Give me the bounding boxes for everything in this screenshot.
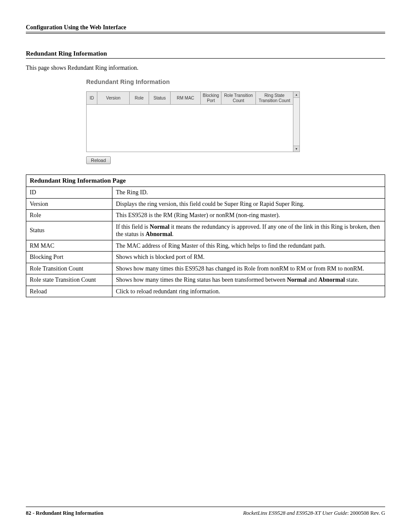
table-row: Reload Click to reload redundant ring in…: [26, 286, 385, 297]
col-role[interactable]: Role: [130, 92, 149, 105]
desc-label-role: Role: [26, 210, 112, 221]
screenshot-title: Redundant Ring Information: [86, 78, 306, 85]
table-row: Blocking Port Shows which is blocked por…: [26, 252, 385, 263]
desc-label-id: ID: [26, 187, 112, 199]
col-id[interactable]: ID: [87, 92, 97, 105]
page-header-title: Configuration Using the Web Interface: [26, 24, 385, 31]
header-rule-light: [26, 33, 385, 34]
text: Shows how many times the Ring status has…: [116, 277, 287, 283]
col-rm-mac[interactable]: RM MAC: [171, 92, 201, 105]
grid-scrollbar[interactable]: ▴ ▾: [293, 91, 300, 152]
scroll-up-icon[interactable]: ▴: [293, 92, 299, 98]
scroll-down-icon[interactable]: ▾: [293, 146, 299, 152]
page-footer: 82 - Redundant Ring Information RocketLi…: [26, 510, 385, 516]
bold-text: Abnormal: [318, 277, 345, 283]
desc-label-rmmac: RM MAC: [26, 240, 112, 252]
grid-header-row: ID Version Role Status RM MAC Blocking P…: [87, 92, 293, 105]
table-row: Role Transition Count Shows how many tim…: [26, 263, 385, 274]
desc-label-reload: Reload: [26, 286, 112, 297]
desc-value-reload: Click to reload redundant ring informati…: [112, 286, 385, 297]
text: If this field is: [116, 224, 150, 230]
col-version[interactable]: Version: [97, 92, 130, 105]
col-status[interactable]: Status: [149, 92, 171, 105]
col-role-transition-count[interactable]: Role Transition Count: [221, 92, 256, 105]
embedded-screenshot: Redundant Ring Information ID Version Ro…: [86, 78, 306, 164]
ring-info-grid: ID Version Role Status RM MAC Blocking P…: [86, 91, 293, 152]
desc-table-header: Redundant Ring Information Page: [26, 175, 385, 187]
table-row: Version Displays the ring version, this …: [26, 198, 385, 210]
desc-value-blockingport: Shows which is blocked port of RM.: [112, 252, 385, 263]
intro-text: This page shows Redundant Ring informati…: [26, 65, 385, 72]
bold-text: Normal: [150, 224, 170, 230]
desc-label-status: Status: [26, 221, 112, 240]
grid-body-empty: [87, 105, 293, 152]
table-row: ID The Ring ID.: [26, 187, 385, 199]
footer-right-tail: : 2000508 Rev. G: [347, 510, 385, 516]
description-table: Redundant Ring Information Page ID The R…: [26, 174, 385, 297]
table-row: Role This ES9528 is the RM (Ring Master)…: [26, 210, 385, 221]
table-row: Status If this field is Normal it means …: [26, 221, 385, 240]
desc-label-roletransition: Role Transition Count: [26, 263, 112, 274]
section-rule: [26, 58, 385, 59]
desc-value-version: Displays the ring version, this field co…: [112, 198, 385, 210]
footer-left: 82 - Redundant Ring Information: [26, 510, 103, 516]
bold-text: Abnormal: [146, 231, 172, 237]
section-title: Redundant Ring Information: [26, 50, 385, 57]
desc-label-rolestatetransition: Role state Transition Count: [26, 274, 112, 286]
desc-value-status: If this field is Normal it means the red…: [112, 221, 385, 240]
desc-label-version: Version: [26, 198, 112, 210]
header-rule-heavy: [26, 32, 385, 32]
bold-text: Normal: [287, 277, 307, 283]
table-row: RM MAC The MAC address of Ring Master of…: [26, 240, 385, 252]
desc-value-id: The Ring ID.: [112, 187, 385, 199]
desc-value-rolestatetransition: Shows how many times the Ring status has…: [112, 274, 385, 286]
footer-right-italic: RocketLinx ES9528 and ES9528-XT User Gui…: [243, 510, 347, 516]
col-ring-state-transition-count[interactable]: Ring State Transition Count: [256, 92, 293, 105]
reload-button[interactable]: Reload: [86, 156, 111, 164]
grid-body-row: [87, 105, 293, 152]
text: and: [307, 277, 318, 283]
desc-value-rmmac: The MAC address of Ring Master of this R…: [112, 240, 385, 252]
text: .: [172, 231, 174, 237]
desc-value-roletransition: Shows how many times this ES9528 has cha…: [112, 263, 385, 274]
footer-rule: [26, 507, 385, 507]
desc-value-role: This ES9528 is the RM (Ring Master) or n…: [112, 210, 385, 221]
desc-label-blockingport: Blocking Port: [26, 252, 112, 263]
table-row: Role state Transition Count Shows how ma…: [26, 274, 385, 286]
footer-right: RocketLinx ES9528 and ES9528-XT User Gui…: [243, 510, 385, 516]
grid-wrap: ID Version Role Status RM MAC Blocking P…: [86, 91, 306, 152]
text: state.: [345, 277, 359, 283]
col-blocking-port[interactable]: Blocking Port: [201, 92, 221, 105]
